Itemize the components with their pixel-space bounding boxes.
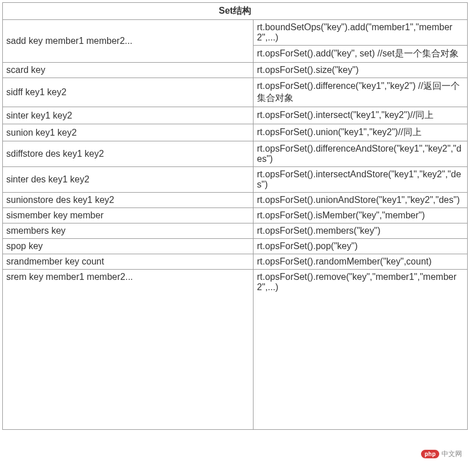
table-row: spop keyrt.opsForSet().pop("key") [3, 239, 468, 254]
table-cell-code: rt.opsForSet().isMember("key","member") [254, 208, 468, 223]
table-row: sidff key1 key2rt.opsForSet().difference… [3, 78, 468, 107]
table-cell-command: srem key member1 member2... [3, 270, 254, 430]
table-row: srandmember key countrt.opsForSet().rand… [3, 254, 468, 270]
table-header: Set结构 [3, 3, 468, 20]
set-structure-table: Set结构sadd key member1 member2...rt.bound… [2, 2, 468, 430]
table-cell-command: sadd key member1 member2... [3, 20, 254, 63]
table-cell-command: sidff key1 key2 [3, 78, 254, 107]
table-cell-command: sinter key1 key2 [3, 107, 254, 124]
table-row: smembers keyrt.opsForSet().members("key"… [3, 223, 468, 239]
table-cell-command: spop key [3, 239, 254, 254]
table-body: Set结构sadd key member1 member2...rt.bound… [3, 3, 468, 430]
table-row: sunion key1 key2rt.opsForSet().union("ke… [3, 124, 468, 141]
table-row: srem key member1 member2...rt.opsForSet(… [3, 270, 468, 430]
table-cell-code: rt.opsForSet().add("key", set) //set是一个集… [254, 46, 468, 63]
table-cell-code: rt.opsForSet().randomMember("key",count) [254, 254, 468, 270]
table-cell-command: sismember key member [3, 208, 254, 223]
table-cell-code: rt.opsForSet().unionAndStore("key1","key… [254, 193, 468, 208]
table-cell-code: rt.opsForSet().intersectAndStore("key1",… [254, 167, 468, 193]
table-row: sunionstore des key1 key2rt.opsForSet().… [3, 193, 468, 208]
table-cell-code: rt.opsForSet().differenceAndStore("key1"… [254, 141, 468, 167]
table-cell-code: rt.opsForSet().size("key") [254, 63, 468, 78]
table-row: sinter des key1 key2rt.opsForSet().inter… [3, 167, 468, 193]
table-cell-command: sinter des key1 key2 [3, 167, 254, 193]
table-cell-code: rt.opsForSet().members("key") [254, 223, 468, 239]
table-cell-command: sunionstore des key1 key2 [3, 193, 254, 208]
table-cell-code: rt.opsForSet().remove("key","member1","m… [254, 270, 468, 430]
table-cell-code: rt.opsForSet().union("key1","key2")//同上 [254, 124, 468, 141]
table-cell-command: smembers key [3, 223, 254, 239]
table-cell-code: rt.boundSetOps("key").add("member1","mem… [254, 20, 468, 46]
table-cell-command: scard key [3, 63, 254, 78]
table-cell-command: sunion key1 key2 [3, 124, 254, 141]
table-cell-code: rt.opsForSet().difference("key1","key2")… [254, 78, 468, 107]
table-row: sdiffstore des key1 key2rt.opsForSet().d… [3, 141, 468, 167]
table-row: sinter key1 key2rt.opsForSet().intersect… [3, 107, 468, 124]
table-cell-command: sdiffstore des key1 key2 [3, 141, 254, 167]
table-cell-command: srandmember key count [3, 254, 254, 270]
table-row: scard keyrt.opsForSet().size("key") [3, 63, 468, 78]
table-cell-code: rt.opsForSet().pop("key") [254, 239, 468, 254]
table-cell-code: rt.opsForSet().intersect("key1","key2")/… [254, 107, 468, 124]
table-row: sadd key member1 member2...rt.boundSetOp… [3, 20, 468, 46]
table-row: sismember key memberrt.opsForSet().isMem… [3, 208, 468, 223]
